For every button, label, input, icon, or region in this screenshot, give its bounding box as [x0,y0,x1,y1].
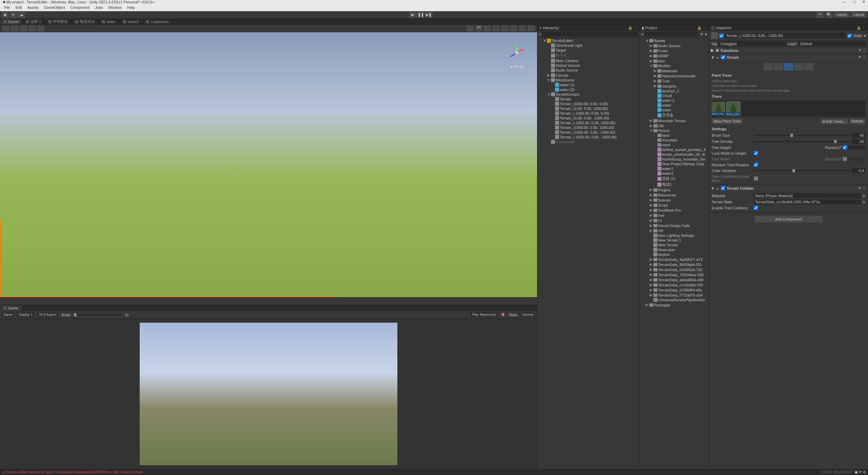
game-dropdown[interactable]: Game [2,312,14,317]
inspector-lock-icon[interactable]: 🔒 [856,26,861,30]
hierarchy-item[interactable]: 粒子光 [537,53,639,58]
project-menu-icon[interactable]: ⋮ [703,26,707,30]
hierarchy-item[interactable]: Terrain_(-1000.00, 0.00, 1000.00) [537,120,639,125]
project-item[interactable]: water 2 [640,98,709,103]
tab-dianliu[interactable]: 电流流动 [72,18,98,25]
inspector-menu-icon[interactable]: ⋮ [862,26,866,30]
2d-toggle[interactable]: 2D [475,25,482,32]
brush-size-value[interactable]: 40 [852,133,865,138]
hierarchy-item[interactable]: Audio Source [537,68,639,73]
menu-file[interactable]: File [1,5,13,10]
search-button[interactable]: 🔍 [825,12,833,18]
transform-help-icon[interactable]: ? [859,49,861,53]
terrain-settings-button[interactable] [804,63,814,71]
tab-leafsmove[interactable]: Leafsmove [142,19,173,24]
stats-button[interactable]: Stats [509,313,517,317]
menu-jobs[interactable]: Jobs [92,5,105,10]
debug-toggle[interactable] [510,25,517,32]
project-item[interactable]: ▶Plugins [640,187,709,192]
project-item[interactable]: Cloud [640,93,709,98]
layer-dropdown[interactable]: Default [798,41,866,46]
terrain-sculpt-button[interactable] [774,63,783,71]
layers-dropdown[interactable]: Layers [834,12,850,17]
edit-trees-button[interactable]: ⚙ Edit Trees... [820,119,848,124]
color-variation-slider[interactable] [754,170,850,171]
project-item[interactable]: ▶Mountain Terrain [640,118,709,123]
gizmos-dropdown[interactable]: Gizmos [521,312,535,317]
maximize-button[interactable]: □ [853,0,855,4]
brush-size-slider[interactable] [754,135,850,136]
project-item[interactable]: land [640,133,709,138]
hierarchy-root[interactable]: ▼TerrainEditin* [537,38,639,43]
hierarchy-item[interactable]: ▼MindScene [537,78,639,82]
camera-button[interactable] [467,25,474,32]
tag-dropdown[interactable]: Untagged [718,41,786,46]
tab-scene[interactable]: Scene [0,19,22,24]
project-item[interactable]: ▶Audio Source [640,43,709,48]
menu-help[interactable]: Help [124,5,138,10]
transform-menu-icon[interactable]: ⋮ [862,48,866,53]
project-item[interactable]: New Lighting Settings [640,233,709,238]
hierarchy-item[interactable]: Directional Light [537,43,639,48]
project-item[interactable]: water2 [640,171,709,176]
hierarchy-item[interactable]: Terrain [537,97,639,101]
hierarchy-item[interactable]: water (1) [537,82,639,87]
tab-water[interactable]: water [98,19,119,24]
mute-icon[interactable]: 🔇 [501,312,506,317]
snap-button[interactable] [28,25,36,32]
tree-height-random-checkbox[interactable] [843,145,847,150]
fx-toggle[interactable] [501,25,509,32]
project-item[interactable]: fouriesburg_mountain_loo [640,157,709,162]
hierarchy-item[interactable]: Global Volume [537,63,639,68]
project-item[interactable]: ▶xiangmu [640,83,709,89]
tree-thumb-2[interactable]: aech_tree_C [727,102,740,115]
tab-water2[interactable]: water2 [119,19,142,24]
terrain-menu-icon[interactable]: ⋮ [862,55,866,59]
terrain-header[interactable]: ▼ ▲ Terrain ? ⋮ [709,54,868,60]
orientation-gizmo[interactable] [507,42,527,63]
project-item[interactable]: ▶HDRP [640,53,709,58]
project-item[interactable]: ▶Obi [640,123,709,128]
menu-component[interactable]: Component [67,5,92,10]
gizmos-menu[interactable] [528,25,535,32]
hierarchy-item[interactable]: Terrain_(-1000.00, 0.00, -1000.00) [537,135,639,139]
project-item[interactable]: water1 [640,166,709,171]
menu-gameobject[interactable]: GameObject [41,5,68,10]
tab-yuanjing[interactable]: 远景 1 [22,18,45,25]
account-button[interactable]: ◉ [1,12,9,18]
tree-height-range[interactable] [848,146,865,149]
project-item[interactable]: ▶Resources [640,192,709,197]
static-dropdown-icon[interactable]: ▾ [864,34,866,38]
project-item[interactable]: ▶TerrainData_f772a876-a54 [640,292,709,298]
project-item[interactable]: water [640,103,709,108]
terrain-collider-menu-icon[interactable]: ⋮ [862,186,866,190]
project-item[interactable]: ▶Script [640,203,709,208]
project-item[interactable]: ▶XR [640,228,709,233]
project-item[interactable]: New Terrain [640,243,709,247]
project-assets[interactable]: ▼Assets [640,38,709,43]
project-item[interactable]: ▶TerrainData_732546ea-508 [640,272,709,277]
project-item[interactable]: acacia1_2 [640,89,709,93]
project-item[interactable]: ▶Scenes [640,197,709,203]
play-maximized[interactable]: Play Maximized [471,312,497,317]
terrain-enabled-checkbox[interactable] [721,55,725,59]
project-packages[interactable]: ▶Packages [640,302,709,307]
terrain-data-field[interactable]: TerrainData_ccc0eda6-2391-4f4e-971a [754,200,861,204]
project-item[interactable]: New Terrain 1 [640,238,709,243]
scale-slider[interactable] [74,314,121,316]
project-item[interactable]: mountain [640,138,709,142]
services-button[interactable]: ▾ [9,12,17,18]
hierarchy-item[interactable]: Terrain_(-1000.00, 0.00, 0.00) [537,111,639,116]
project-item[interactable]: sand [640,142,709,147]
terrain-collider-help-icon[interactable]: ? [859,186,861,190]
rect-tool-button[interactable] [2,25,9,32]
static-checkbox[interactable] [847,34,852,38]
terrain-paint-trees-button[interactable] [784,63,793,71]
hierarchy-item[interactable]: Terrain_(1000.00, 0.00, 0.00) [537,101,639,106]
material-picker-icon[interactable]: ⊙ [862,194,865,198]
layout-dropdown[interactable]: Layout [851,12,867,17]
project-item[interactable]: ▶TerrainData_3a20f027-a73 [640,257,709,262]
terrain-paint-details-button[interactable] [794,63,804,71]
aspect-dropdown[interactable]: 16:9 Aspect [37,312,58,317]
minimize-button[interactable]: — [843,0,846,4]
